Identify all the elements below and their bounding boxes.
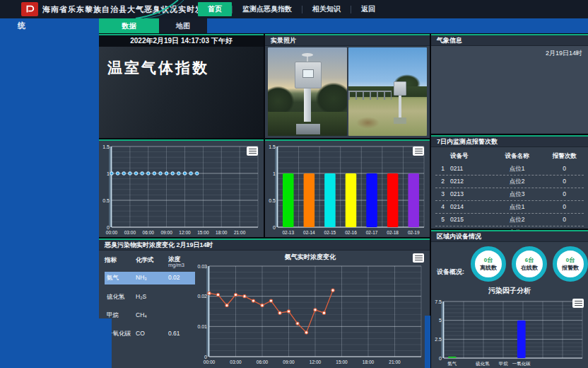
panel-daily-index-chart: 00.511.502-1302-1402-1502-1602-1702-1802… — [265, 139, 430, 237]
device-count-gauge: 0台报警数 — [553, 246, 588, 282]
odor-col-indicator: 指标 — [105, 256, 136, 269]
odor-pollutant-table: 指标 化学式 浓度 mg/m3 氨气NH₃0.02硫化氢H₂S甲烷CH₄一氧化碳… — [105, 256, 195, 340]
hourly-index-chart: 00.511.500:0003:0006:0009:0012:0015:0018… — [100, 142, 262, 236]
svg-text:12:00: 12:00 — [310, 360, 322, 364]
svg-text:21:00: 21:00 — [234, 230, 246, 235]
svg-text:2.5: 2.5 — [435, 337, 442, 342]
svg-text:02-13: 02-13 — [282, 230, 294, 235]
svg-text:02-16: 02-16 — [345, 230, 357, 235]
panel-area-devices: 区域内设备情况 设备概况: 0台离线数6台在线数0台报警数 污染因子分析 02.… — [431, 230, 588, 368]
weather-body: 2月19日14时 — [431, 46, 588, 133]
table-row[interactable]: 20212点位20 — [435, 176, 584, 188]
chart-menu-icon[interactable] — [572, 299, 584, 308]
dashboard-screen: 海南省乐东黎族自治县大气恶臭状况实时发布系 首页 监测点恶臭指数 相关知识 返回… — [0, 0, 588, 368]
chart-menu-icon[interactable] — [247, 146, 258, 156]
odor-table-row[interactable]: 一氧化碳CO0.61 — [105, 328, 195, 340]
svg-text:0.5: 0.5 — [269, 198, 276, 203]
datetime-bar: 2022年2月19日 14:17:03 下午好 — [99, 35, 264, 47]
svg-text:06:00: 06:00 — [143, 230, 155, 235]
odor-table-row[interactable]: 氨气NH₃0.02 — [105, 272, 195, 284]
svg-text:00:00: 00:00 — [106, 230, 118, 235]
svg-text:21:00: 21:00 — [389, 360, 401, 364]
svg-text:00:00: 00:00 — [204, 360, 216, 364]
svg-text:02-14: 02-14 — [303, 230, 315, 235]
tab-bar: 统 数据 地图 — [0, 18, 588, 33]
chart-menu-icon[interactable] — [413, 253, 424, 263]
chart-menu-icon[interactable] — [413, 146, 424, 156]
monitor-device-cabinet — [295, 62, 322, 88]
blue-background-notch — [425, 316, 430, 368]
main-nav: 首页 监测点恶臭指数 相关知识 返回 — [198, 2, 385, 16]
tab-data[interactable]: 数据 — [99, 18, 159, 33]
svg-text:15:00: 15:00 — [197, 230, 209, 235]
site-photo-1[interactable] — [268, 47, 347, 136]
odor-col-formula: 化学式 — [136, 256, 168, 269]
pollution-factor-chart: 02.557.5氨气硫化氢甲烷一氧化碳 — [433, 297, 587, 367]
device-gauges: 0台离线数6台在线数0台报警数 — [471, 246, 588, 282]
svg-text:02-19: 02-19 — [408, 230, 420, 235]
monitor-device-screen — [302, 69, 314, 78]
table-row[interactable]: 30213点位30 — [435, 188, 584, 201]
table-row[interactable]: 10211点位10 — [435, 163, 584, 176]
monitor-device-disc — [302, 53, 313, 57]
ammonia-chart-wrap: 氨气实时浓度变化 00.010.020.0300:0003:0006:0009:… — [195, 252, 425, 367]
svg-text:09:00: 09:00 — [283, 360, 295, 364]
tab-bar-left: 统 — [0, 18, 99, 33]
site-photo-2[interactable] — [348, 47, 428, 136]
top-navbar: 海南省乐东黎族自治县大气恶臭状况实时发布系 首页 监测点恶臭指数 相关知识 返回 — [0, 0, 588, 18]
panel-odor-realtime: 恶臭污染物实时浓度变化 2月19日14时 指标 化学式 浓度 mg/m3 氨气N… — [99, 238, 430, 368]
nav-knowledge[interactable]: 相关知识 — [302, 2, 351, 16]
svg-text:1.5: 1.5 — [102, 144, 110, 149]
svg-text:0.01: 0.01 — [197, 324, 207, 329]
device-count-gauge: 6台在线数 — [512, 246, 547, 282]
svg-text:氨气: 氨气 — [447, 361, 457, 366]
svg-text:15:00: 15:00 — [336, 360, 348, 364]
devices-panel-title: 区域内设备情况 — [431, 231, 588, 242]
alarm-table: 设备号 设备名称 报警次数 10211点位1020212点位2030213点位3… — [431, 147, 588, 239]
odor-table-row[interactable]: 甲烷CH₄ — [105, 310, 195, 321]
svg-text:硫化氢: 硫化氢 — [475, 361, 490, 367]
app-title-wrap: 统 — [18, 21, 25, 31]
svg-text:0.02: 0.02 — [197, 294, 207, 299]
svg-text:03:00: 03:00 — [124, 230, 136, 235]
svg-text:0.03: 0.03 — [197, 264, 207, 269]
panel-live-photos: 实景照片 — [265, 34, 430, 138]
alarm-panel-title: 7日内监测点报警次数 — [431, 137, 588, 147]
factor-chart-title: 污染因子分析 — [431, 286, 588, 296]
odor-panel-title: 恶臭污染物实时浓度变化 2月19日14时 — [99, 240, 430, 251]
odor-table-header: 指标 化学式 浓度 mg/m3 — [105, 256, 195, 269]
devices-body: 设备概况: 0台离线数6台在线数0台报警数 污染因子分析 02.557.5氨气硫… — [431, 242, 588, 368]
daily-index-chart: 00.511.502-1302-1402-1502-1602-1702-1802… — [266, 142, 428, 236]
weather-timestamp: 2月19日14时 — [546, 49, 582, 58]
header-swoosh-decoration — [134, 0, 198, 18]
blue-background-notch — [99, 318, 112, 368]
svg-text:7.5: 7.5 — [435, 299, 442, 304]
nav-back[interactable]: 返回 — [351, 2, 385, 16]
svg-text:03:00: 03:00 — [230, 360, 242, 364]
photo-ground-patch — [356, 117, 380, 130]
table-row[interactable]: 40214点位10 — [435, 201, 584, 214]
svg-text:甲烷: 甲烷 — [499, 361, 509, 366]
svg-text:02-18: 02-18 — [387, 230, 399, 235]
nav-home[interactable]: 首页 — [198, 2, 232, 16]
odor-unit: mg/m3 — [168, 263, 195, 268]
brand-logo-icon — [21, 2, 38, 16]
panel-alarm-counts: 7日内监测点报警次数 设备号 设备名称 报警次数 10211点位1020212点… — [431, 135, 588, 229]
table-row[interactable]: 50215点位20 — [435, 214, 584, 226]
svg-text:18:00: 18:00 — [216, 230, 228, 235]
odor-body: 指标 化学式 浓度 mg/m3 氨气NH₃0.02硫化氢H₂S甲烷CH₄一氧化碳… — [99, 251, 430, 368]
odor-table-row[interactable]: 硫化氢H₂S — [105, 292, 195, 303]
nav-odor-index[interactable]: 监测点恶臭指数 — [233, 2, 302, 16]
device-count-gauge: 0台离线数 — [471, 246, 506, 282]
greenhouse-title: 温室气体指数 — [107, 58, 264, 78]
monitor-device-base — [296, 124, 319, 134]
monitor-device-pole — [399, 96, 401, 119]
monitor-device-cabinet — [394, 81, 406, 96]
left-sidebar — [0, 18, 99, 368]
svg-text:一氧化碳: 一氧化碳 — [512, 361, 531, 367]
photo-fence — [348, 91, 392, 100]
tab-map[interactable]: 地图 — [159, 18, 207, 33]
panel-hourly-index-chart: 00.511.500:0003:0006:0009:0012:0015:0018… — [99, 139, 264, 237]
svg-text:02-17: 02-17 — [366, 230, 378, 235]
svg-text:1.5: 1.5 — [269, 144, 276, 149]
